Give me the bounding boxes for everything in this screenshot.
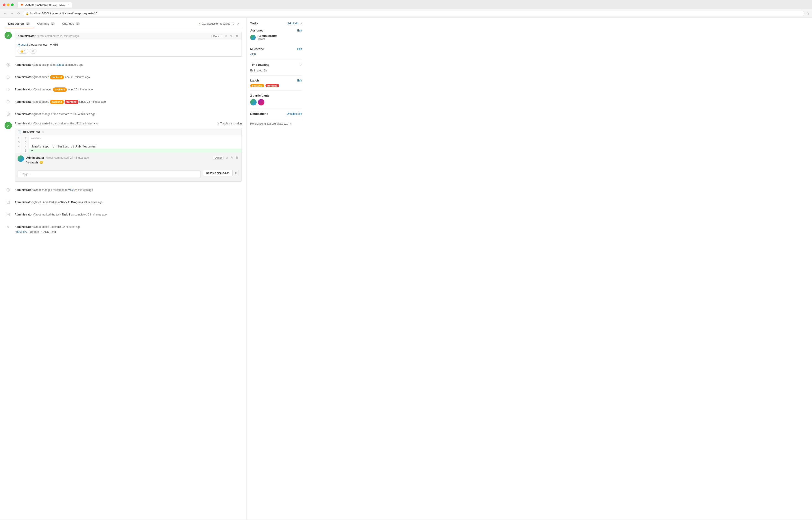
delete-comment-button[interactable]: 🗑 <box>235 34 239 38</box>
browser-tab[interactable]: 🦊 Update README.md (!10) · Me... × <box>17 2 72 7</box>
resolve-discussion-button[interactable]: Resolve discussion <box>203 170 232 176</box>
time-tracking-help-button[interactable]: ? <box>300 62 302 67</box>
svg-point-3 <box>8 64 9 65</box>
inline-comment-meta: Administrator @root commented 24 minutes… <box>26 156 89 159</box>
comment-author: Administrator <box>18 34 35 38</box>
assignee-edit-button[interactable]: Edit <box>297 29 302 32</box>
bookmark-button[interactable]: ☆ <box>806 11 809 15</box>
inline-delete-button[interactable]: 🗑 <box>235 155 239 160</box>
milestone-value[interactable]: v1.0 <box>250 52 256 56</box>
diff-line-code: ====== <box>29 136 242 140</box>
assignee-section: Assignee Edit Administrator @root <box>250 29 302 44</box>
comment-actions: Owner ☺ ✎ 🗑 <box>212 34 239 38</box>
system-event-time: Administrator @root changed time estimat… <box>5 109 242 119</box>
diff-line-code <box>29 140 242 145</box>
system-event-assign-text: Administrator @root assigned to @root 25… <box>15 61 83 67</box>
task-icon <box>5 211 12 218</box>
labels-section: Labels Edit backend frontend <box>250 79 302 90</box>
participants-section: 2 participants <box>250 94 302 109</box>
assignee-avatar <box>250 35 256 40</box>
milestone-edit-button[interactable]: Edit <box>297 48 302 51</box>
sidebar: Todo Add todo » Assignee Edit Administra… <box>246 18 306 520</box>
label-icon1 <box>5 74 12 81</box>
diff-line-num-new: 2 <box>22 136 29 140</box>
tab-commits[interactable]: Commits 2 <box>33 20 58 28</box>
refresh-thread-button[interactable]: ↻ <box>232 170 239 176</box>
label-frontend[interactable]: frontend <box>265 84 279 87</box>
refresh-discussion-button[interactable]: ↻ <box>232 22 235 26</box>
reference-text: Reference: gitlab-org/gitlab-te... <box>250 122 288 125</box>
assign-icon <box>5 61 12 69</box>
back-button[interactable]: ← <box>3 11 8 16</box>
participants-label: 2 participants <box>250 94 270 97</box>
system-event-commit: Administrator @root added 1 commit 22 mi… <box>5 222 242 235</box>
assignee-user: Administrator @root <box>250 34 302 41</box>
thumbsup-reaction[interactable]: 👍 1 <box>18 49 28 54</box>
tab-discussion[interactable]: Discussion 2 <box>5 20 33 28</box>
labels-edit-button[interactable]: Edit <box>297 79 302 82</box>
label-backend[interactable]: backend <box>250 84 264 87</box>
main-comment: A Administrator @root commented 25 minut… <box>5 32 242 57</box>
tab-changes[interactable]: Changes 1 <box>58 20 83 28</box>
todo-label: Todo <box>250 22 258 25</box>
diff-row-4: 5 + <box>15 149 242 153</box>
diff-discussion-avatar: A <box>5 122 12 129</box>
close-traffic-light[interactable] <box>3 3 5 6</box>
system-event-label-remove: Administrator @root removed backend labe… <box>5 85 242 94</box>
diff-line-num-new: 5 <box>22 149 29 153</box>
system-event-time-text: Administrator @root changed time estimat… <box>15 110 95 116</box>
inline-comment-actions: Owner ☺ ✎ 🗑 <box>213 155 239 160</box>
emoji-reaction-button[interactable]: ☺ <box>224 34 228 38</box>
system-event-task: Administrator @root marked the task Task… <box>5 210 242 219</box>
forward-button[interactable]: → <box>9 11 15 16</box>
reaction-bar: 👍 1 ☺ <box>18 49 239 54</box>
diff-line-num-old: 2 <box>15 136 22 140</box>
unsubscribe-button[interactable]: Unsubscribe <box>287 112 302 115</box>
comment-body: @user3 please review my MR! 👍 1 ☺ <box>15 40 242 56</box>
system-event-label-add2: Administrator @root added backend fronte… <box>5 97 242 106</box>
time-icon <box>5 110 12 118</box>
share-discussion-button[interactable]: ↗ <box>236 22 240 26</box>
collapse-sidebar-button[interactable]: » <box>300 22 302 25</box>
add-todo-button[interactable]: Add todo <box>287 22 298 25</box>
diff-row-2: 3 3 <box>15 140 242 145</box>
copy-reference-button[interactable]: ⎘ <box>290 122 291 125</box>
svg-line-11 <box>8 190 9 190</box>
time-tracking-header: Time tracking ? <box>250 62 302 67</box>
system-event-milestone-text: Administrator @root changed milestone to… <box>15 186 93 192</box>
tab-title: Update README.md (!10) · Me... <box>25 3 65 6</box>
participant-avatar-1 <box>250 99 257 105</box>
wip-icon <box>5 199 12 206</box>
inline-comment-body: Yeaaaah! 😀 <box>26 161 239 164</box>
address-bar[interactable]: 🔒 localhost:3000/gitlab-org/gitlab-test/… <box>23 11 805 16</box>
system-event-commit-text: Administrator @root added 1 commit 22 mi… <box>15 223 81 234</box>
add-reaction-button[interactable]: ☺ <box>30 49 36 54</box>
edit-comment-button[interactable]: ✎ <box>230 34 233 38</box>
maximize-traffic-light[interactable] <box>11 3 14 6</box>
time-tracking-section: Time tracking ? Estimated: 6h <box>250 62 302 76</box>
url-text: localhost:3000/gitlab-org/gitlab-test/me… <box>30 12 97 15</box>
participants-row <box>250 99 302 105</box>
minimize-traffic-light[interactable] <box>7 3 9 6</box>
diff-link[interactable]: the diff <box>70 122 79 125</box>
diff-table: 2 2 ====== 3 3 4 <box>15 136 242 153</box>
inline-emoji-button[interactable]: ☺ <box>225 155 229 160</box>
inline-edit-button[interactable]: ✎ <box>230 155 233 160</box>
reply-input[interactable] <box>18 171 201 178</box>
discussion-section: A Administrator @root commented 25 minut… <box>5 32 242 235</box>
reply-row: Resolve discussion ↻ <box>18 166 239 179</box>
tab-close-button[interactable]: × <box>68 4 69 6</box>
commit-hash-link[interactable]: f6332c72 <box>17 230 28 234</box>
comment-avatar: A <box>5 32 12 39</box>
refresh-button[interactable]: ⟳ <box>17 11 21 16</box>
todo-actions: Add todo » <box>287 22 302 25</box>
assignee-name: Administrator <box>257 34 277 37</box>
assignee-handle: @root <box>257 37 277 41</box>
time-tracking-label: Time tracking <box>250 63 270 67</box>
toggle-discussion-button[interactable]: ▲ Toggle discussion <box>217 122 242 125</box>
copy-diff-button[interactable]: ⎘ <box>41 130 44 134</box>
traffic-lights <box>3 3 14 6</box>
comment-header: Administrator @root commented 25 minutes… <box>15 32 242 40</box>
notifications-label: Notifications <box>250 112 268 115</box>
mention-link[interactable]: @user3 <box>18 43 28 46</box>
